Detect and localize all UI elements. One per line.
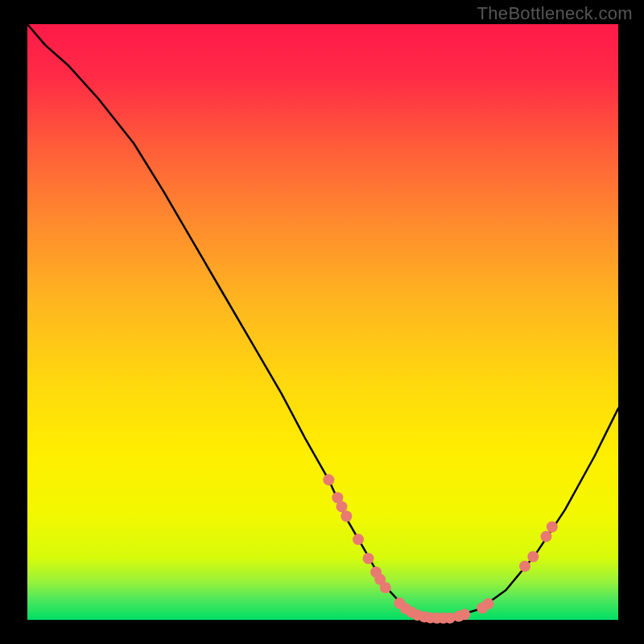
data-marker xyxy=(341,510,352,522)
data-marker xyxy=(527,551,539,563)
data-marker xyxy=(519,560,530,572)
data-marker xyxy=(323,474,334,485)
data-marker xyxy=(459,609,470,620)
bottleneck-chart xyxy=(0,0,644,644)
data-marker xyxy=(363,553,374,564)
data-marker xyxy=(353,534,364,545)
watermark-text: TheBottleneck.com xyxy=(477,3,633,24)
chart-frame: TheBottleneck.com xyxy=(0,0,644,644)
data-marker xyxy=(483,598,494,609)
data-marker xyxy=(336,501,347,512)
data-marker xyxy=(547,522,558,533)
plot-area xyxy=(27,24,618,620)
data-marker xyxy=(540,530,551,542)
data-marker xyxy=(380,582,391,593)
